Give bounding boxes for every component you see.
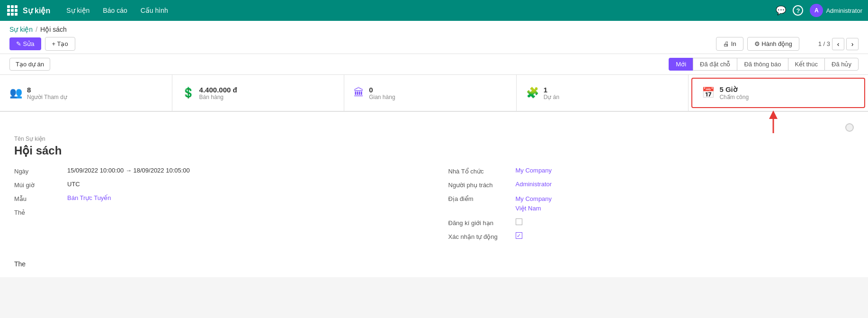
field-label-date: Ngày <box>14 167 62 175</box>
field-row-tags: Thẻ <box>14 208 420 216</box>
topbar-nav: Sự kiện Báo cáo Cấu hình <box>60 0 175 21</box>
field-label-timezone: Múi giờ <box>14 181 62 189</box>
breadcrumb-separator: / <box>36 26 37 33</box>
field-label-responsible: Người phụ trách <box>448 181 510 189</box>
nav-cau-hinh[interactable]: Cấu hình <box>134 0 175 21</box>
help-icon[interactable]: ? <box>793 5 803 16</box>
prev-page-button[interactable]: ‹ <box>832 38 844 50</box>
field-row-location: Địa điểm My CompanyViệt Nam <box>448 194 854 213</box>
field-label-auto-confirm: Xác nhận tự động <box>448 232 510 240</box>
status-tabs: Mới Đã đặt chỗ Đã thông báo Kết thúc Đã … <box>669 58 859 71</box>
event-name-value: Hội sách <box>14 144 854 157</box>
projects-label: Dự án <box>544 94 559 100</box>
app-grid-button[interactable] <box>6 4 19 17</box>
next-page-button[interactable]: › <box>846 38 859 50</box>
field-row-timezone: Múi giờ UTC <box>14 181 420 189</box>
field-label-organizer: Nhà Tổ chức <box>448 167 510 175</box>
field-value-date: 15/09/2022 10:00:00 → 18/09/2022 10:05:0… <box>67 167 190 174</box>
bottom-text: The <box>14 260 854 268</box>
event-name-label: Tên Sự kiện <box>14 136 854 142</box>
form-right: Nhà Tổ chức My Company Người phụ trách A… <box>448 167 854 246</box>
field-value-auto-confirm-checkbox[interactable]: ✓ <box>516 232 522 239</box>
toggle-circle[interactable] <box>845 123 854 132</box>
action-button[interactable]: ⚙ Hành động <box>747 37 799 51</box>
timesheets-label: Chấm công <box>719 94 749 100</box>
field-value-reg-limit-checkbox[interactable] <box>516 218 522 225</box>
create-button[interactable]: + Tạo <box>45 37 75 51</box>
field-value-timezone: UTC <box>67 181 80 188</box>
field-value-template[interactable]: Bán Trực Tuyến <box>67 194 111 201</box>
field-row-date: Ngày 15/09/2022 10:00:00 → 18/09/2022 10… <box>14 167 420 175</box>
field-label-tags: Thẻ <box>14 208 62 216</box>
user-menu[interactable]: A Administrator <box>810 4 862 17</box>
stats-bar: 👥 8 Người Tham dự 💲 4.400.000 đ Bán hàng… <box>0 75 868 112</box>
attendees-value: 8 <box>27 86 67 94</box>
stat-booths[interactable]: 🏛 0 Gian hàng <box>344 75 517 111</box>
projects-icon: 🧩 <box>526 87 539 99</box>
app-name: Sự kiện <box>23 6 50 15</box>
status-tab-moi[interactable]: Mới <box>669 58 693 71</box>
status-tab-da-huy[interactable]: Đã hủy <box>824 58 859 71</box>
timesheets-icon: 📅 <box>702 87 715 99</box>
projects-value: 1 <box>544 86 559 94</box>
form-section: Ngày 15/09/2022 10:00:00 → 18/09/2022 10… <box>14 167 854 246</box>
timesheets-value: 5 Giờ <box>719 85 749 94</box>
field-row-template: Mẫu Bán Trực Tuyến <box>14 194 420 202</box>
field-value-responsible[interactable]: Administrator <box>516 181 552 188</box>
field-row-organizer: Nhà Tổ chức My Company <box>448 167 854 175</box>
timesheets-text: 5 Giờ Chấm công <box>719 85 749 100</box>
field-label-template: Mẫu <box>14 194 62 202</box>
attendees-text: 8 Người Tham dự <box>27 86 67 100</box>
username: Administrator <box>826 7 862 14</box>
stat-timesheets[interactable]: 📅 5 Giờ Chấm công <box>691 78 865 108</box>
breadcrumb: Sự kiện / Hội sách <box>9 26 859 33</box>
chat-icon[interactable]: 💬 <box>776 5 786 16</box>
nav-su-kien[interactable]: Sự kiện <box>60 0 96 21</box>
field-row-registration-limit: Đăng kí giới hạn <box>448 218 854 227</box>
breadcrumb-parent[interactable]: Sự kiện <box>9 26 33 33</box>
sales-text: 4.400.000 đ Bán hàng <box>199 86 237 100</box>
booths-icon: 🏛 <box>354 87 364 99</box>
projects-text: 1 Dự án <box>544 86 559 100</box>
topbar-icons: 💬 ? A Administrator <box>776 4 862 17</box>
sales-value: 4.400.000 đ <box>199 86 237 94</box>
booths-text: 0 Gian hàng <box>369 86 395 100</box>
status-tab-thong-bao[interactable]: Đã thông báo <box>737 58 787 71</box>
attendees-icon: 👥 <box>9 87 22 99</box>
print-button[interactable]: 🖨 In <box>716 37 743 51</box>
create-project-button[interactable]: Tạo dự án <box>9 58 50 71</box>
field-row-auto-confirm: Xác nhận tự động ✓ <box>448 232 854 240</box>
field-label-reg-limit: Đăng kí giới hạn <box>448 218 510 227</box>
attendees-label: Người Tham dự <box>27 94 67 100</box>
booths-value: 0 <box>369 86 395 94</box>
field-value-location[interactable]: My CompanyViệt Nam <box>516 194 552 213</box>
field-row-responsible: Người phụ trách Administrator <box>448 181 854 189</box>
pagination: 1 / 3 ‹ › <box>818 38 859 50</box>
booths-label: Gian hàng <box>369 94 395 100</box>
stat-sales[interactable]: 💲 4.400.000 đ Bán hàng <box>172 75 345 111</box>
sales-label: Bán hàng <box>199 94 237 100</box>
field-value-organizer[interactable]: My Company <box>516 167 552 174</box>
pagination-label: 1 / 3 <box>818 40 830 47</box>
main-content: Tên Sự kiện Hội sách Ngày 15/09/2022 10:… <box>0 112 868 277</box>
avatar: A <box>810 4 823 17</box>
stat-projects[interactable]: 🧩 1 Dự án <box>517 75 689 111</box>
status-tab-dat-cho[interactable]: Đã đặt chỗ <box>693 58 737 71</box>
nav-bao-cao[interactable]: Báo cáo <box>96 0 134 21</box>
sales-icon: 💲 <box>182 87 195 99</box>
form-left: Ngày 15/09/2022 10:00:00 → 18/09/2022 10… <box>14 167 420 246</box>
topbar: Sự kiện Sự kiện Báo cáo Cấu hình 💬 ? A A… <box>0 0 868 21</box>
breadcrumb-bar: Sự kiện / Hội sách ✎ Sửa + Tạo 🖨 In ⚙ Hà… <box>0 21 868 54</box>
tab-status-bar: Tạo dự án Mới Đã đặt chỗ Đã thông báo Kế… <box>0 54 868 75</box>
field-label-location: Địa điểm <box>448 194 510 202</box>
breadcrumb-current: Hội sách <box>40 26 67 33</box>
stat-attendees[interactable]: 👥 8 Người Tham dự <box>0 75 172 111</box>
action-bar: ✎ Sửa + Tạo 🖨 In ⚙ Hành động 1 / 3 ‹ › <box>9 37 859 51</box>
edit-button[interactable]: ✎ Sửa <box>9 37 41 50</box>
status-tab-ket-thuc[interactable]: Kết thúc <box>788 58 824 71</box>
